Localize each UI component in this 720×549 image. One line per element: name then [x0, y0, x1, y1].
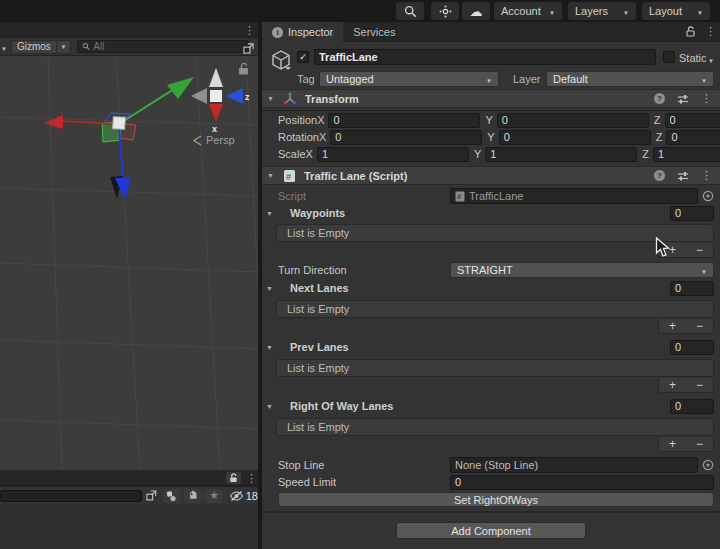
- move-gizmo-center[interactable]: [113, 117, 126, 130]
- rotation-y-field[interactable]: [499, 130, 651, 145]
- right-of-way-lanes-size-field[interactable]: [670, 399, 714, 414]
- maximize-icon[interactable]: [146, 490, 157, 501]
- next-lanes-size-field[interactable]: [670, 281, 714, 296]
- rotation-z-field[interactable]: [666, 130, 720, 145]
- y-prefix: Y: [487, 131, 494, 143]
- remove-element-button[interactable]: −: [696, 439, 703, 449]
- presets-icon[interactable]: [677, 94, 689, 104]
- prev-lanes-row[interactable]: Prev Lanes: [278, 339, 714, 355]
- orientation-gizmo[interactable]: z x Persp: [191, 68, 250, 146]
- remove-element-button[interactable]: −: [696, 380, 703, 390]
- scene-search-field[interactable]: [77, 40, 249, 53]
- add-element-button[interactable]: +: [669, 439, 676, 449]
- persp-label[interactable]: Persp: [206, 134, 235, 146]
- x-axis-arrowhead[interactable]: [44, 115, 63, 129]
- right-of-way-lanes-row[interactable]: Right Of Way Lanes: [278, 398, 714, 414]
- rotation-x-field[interactable]: [330, 130, 482, 145]
- y-axis-arrowhead[interactable]: [167, 77, 194, 99]
- script-object-field[interactable]: # TrafficLane: [450, 188, 698, 204]
- x-prefix: X: [317, 114, 324, 126]
- maximize-icon[interactable]: [243, 43, 254, 54]
- tag-dropdown[interactable]: Untagged: [319, 71, 499, 87]
- next-lanes-list-empty: List is Empty: [276, 300, 714, 318]
- component-menu-icon[interactable]: [701, 92, 712, 105]
- scale-z-field[interactable]: [653, 147, 720, 162]
- gameobject-cube-icon[interactable]: [269, 48, 293, 72]
- project-search-input[interactable]: [0, 490, 142, 502]
- tab-inspector[interactable]: Inspector: [262, 22, 343, 42]
- y-axis-handle[interactable]: [119, 89, 174, 124]
- search-by-type-button[interactable]: [163, 489, 180, 503]
- static-dropdown-arrow[interactable]: [708, 53, 714, 65]
- x-prefix: X: [306, 148, 313, 160]
- activity-indicator-button[interactable]: [431, 2, 459, 20]
- presets-icon[interactable]: [677, 171, 689, 181]
- clipped-dropdown-arrow-icon[interactable]: [1, 41, 7, 53]
- scene-tab-strip: [0, 22, 258, 38]
- active-checkbox[interactable]: [297, 51, 309, 63]
- lock-button[interactable]: [226, 472, 241, 484]
- gizmos-button[interactable]: Gizmos: [11, 40, 57, 54]
- x-axis-cone[interactable]: [209, 104, 223, 122]
- persp-angle-icon: [194, 136, 201, 145]
- next-lanes-row[interactable]: Next Lanes: [278, 280, 714, 296]
- object-picker-icon[interactable]: [702, 459, 714, 471]
- tab-services[interactable]: Services: [343, 22, 405, 42]
- stop-line-object-field[interactable]: None (Stop Line): [450, 457, 698, 473]
- remove-element-button[interactable]: −: [696, 245, 703, 255]
- help-icon[interactable]: [654, 93, 665, 104]
- gizmos-dropdown-arrow[interactable]: [57, 40, 71, 54]
- add-element-button[interactable]: +: [669, 380, 676, 390]
- position-y-field[interactable]: [497, 113, 649, 128]
- account-dropdown[interactable]: Account: [494, 2, 562, 20]
- remove-element-button[interactable]: −: [696, 321, 703, 331]
- foldout-icon[interactable]: [267, 95, 277, 102]
- turn-direction-dropdown[interactable]: STRAIGHT: [450, 262, 714, 278]
- scene-panel-menu-icon[interactable]: [244, 24, 255, 37]
- scale-y-field[interactable]: [485, 147, 637, 162]
- hidden-count-toggle[interactable]: 18: [229, 490, 258, 502]
- scale-x-field[interactable]: [317, 147, 469, 162]
- script-row: Script # TrafficLane: [278, 188, 714, 204]
- transform-header[interactable]: Transform: [262, 89, 720, 108]
- lock-open-icon: [229, 473, 238, 483]
- position-z-field[interactable]: [665, 113, 720, 128]
- component-menu-icon[interactable]: [701, 169, 712, 182]
- traffic-lane-header[interactable]: # Traffic Lane (Script): [262, 166, 720, 185]
- move-gizmo[interactable]: [44, 77, 194, 200]
- search-icon: [404, 5, 417, 18]
- project-panel-menu-icon[interactable]: [246, 472, 257, 485]
- search-icon: [82, 42, 90, 51]
- prev-lanes-size-field[interactable]: [670, 340, 714, 355]
- script-icon: #: [283, 169, 296, 183]
- layer-dropdown[interactable]: Default: [546, 71, 714, 87]
- waypoints-row[interactable]: Waypoints: [278, 205, 714, 221]
- cloud-button[interactable]: [462, 2, 490, 20]
- lock-open-icon[interactable]: [686, 26, 696, 37]
- add-element-button[interactable]: +: [669, 321, 676, 331]
- gameobject-name-field[interactable]: [314, 49, 656, 65]
- scene-viewport[interactable]: z x Persp: [0, 56, 258, 470]
- inspector-menu-icon[interactable]: [705, 25, 716, 38]
- y-axis-cone[interactable]: [209, 68, 223, 87]
- waypoints-size-field[interactable]: [670, 206, 714, 221]
- position-x-field[interactable]: [328, 113, 480, 128]
- z-axis-cone[interactable]: [226, 88, 243, 104]
- layout-dropdown[interactable]: Layout: [642, 2, 710, 20]
- set-rightofways-button[interactable]: Set RightOfWays: [278, 492, 714, 507]
- orientation-gizmo-cube[interactable]: [210, 90, 222, 102]
- static-checkbox[interactable]: [663, 51, 675, 63]
- prev-lanes-list-empty: List is Empty: [276, 359, 714, 377]
- project-panel-content[interactable]: [0, 504, 258, 549]
- search-by-label-button[interactable]: [184, 489, 201, 503]
- search-button[interactable]: [396, 2, 424, 20]
- scene-search-input[interactable]: [93, 41, 244, 52]
- foldout-icon[interactable]: [267, 172, 277, 179]
- object-picker-icon[interactable]: [702, 190, 714, 202]
- layers-dropdown-label: Layers: [575, 5, 608, 17]
- layers-dropdown[interactable]: Layers: [568, 2, 636, 20]
- add-component-button[interactable]: Add Component: [396, 522, 586, 539]
- help-icon[interactable]: [654, 170, 665, 181]
- speed-limit-field[interactable]: [450, 475, 714, 490]
- save-search-button[interactable]: [205, 489, 222, 503]
